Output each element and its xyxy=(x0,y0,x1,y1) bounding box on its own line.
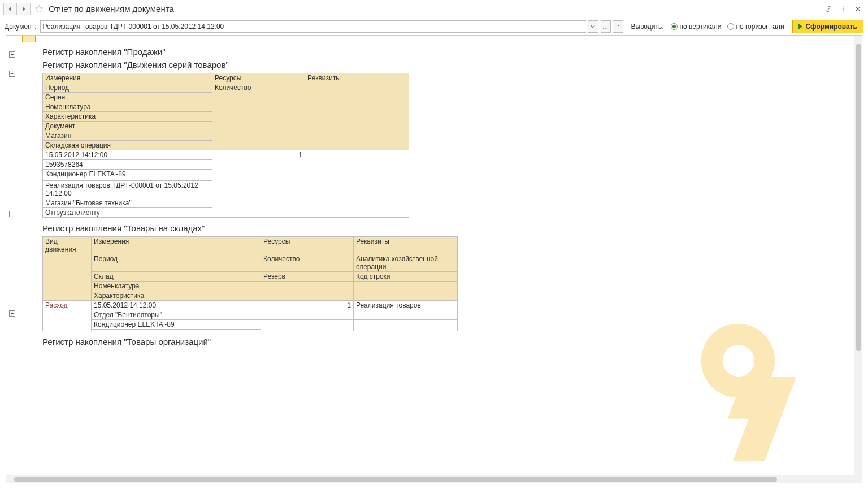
section-title-warehouse: Регистр накопления "Товары на складах" xyxy=(42,223,854,233)
subhdr-document: Документ xyxy=(43,122,212,131)
col-requisites: Реквизиты xyxy=(305,73,409,83)
more-icon[interactable] xyxy=(839,5,848,14)
subhdr-warehouse: Склад xyxy=(92,272,261,282)
open-icon xyxy=(615,24,620,29)
document-input-value: Реализация товаров ТДРТ-000001 от 15.05.… xyxy=(43,23,224,31)
radio-horizontal-label: по горизонтали xyxy=(736,23,784,31)
play-icon xyxy=(798,24,802,29)
cell-resources-empty xyxy=(261,320,354,331)
expand-button[interactable]: + xyxy=(9,310,15,317)
cell-reserve xyxy=(261,310,354,320)
cell-characteristic xyxy=(92,330,261,331)
cell-quantity: 1 xyxy=(212,150,305,218)
subhdr-period: Период xyxy=(92,254,261,272)
output-label: Выводить: xyxy=(631,23,664,31)
collapse-button[interactable]: − xyxy=(9,211,15,217)
subhdr-quantity: Количество xyxy=(212,83,305,150)
cell-requisites-empty xyxy=(305,150,409,218)
generate-button[interactable]: Сформировать xyxy=(792,20,863,33)
col-dimensions: Измерения xyxy=(43,73,212,83)
cell-series: 1593578264 xyxy=(43,160,212,170)
vertical-scrollbar[interactable] xyxy=(854,36,862,475)
subhdr-nomenclature: Номенклатура xyxy=(43,102,212,112)
col-dimensions: Измерения xyxy=(92,237,261,254)
radio-dot-icon xyxy=(671,23,678,30)
arrow-right-icon xyxy=(20,6,27,12)
subhdr-reserve: Резерв xyxy=(261,272,354,282)
radio-horizontal[interactable]: по горизонтали xyxy=(727,23,784,31)
chevron-down-icon xyxy=(591,24,595,29)
favorite-star-icon[interactable] xyxy=(33,3,45,15)
report-viewport: + − − + Регистр накопления "Продажи" Рег… xyxy=(6,35,862,483)
cell-store: Магазин "Бытовая техника" xyxy=(43,198,212,208)
horizontal-scrollbar[interactable] xyxy=(6,475,854,483)
outline-line xyxy=(12,218,12,299)
document-input[interactable]: Реализация товаров ТДРТ-000001 от 15.05.… xyxy=(40,20,586,33)
window-title: Отчет по движениям документа xyxy=(49,4,174,14)
svg-point-1 xyxy=(843,8,844,10)
scrollbar-corner xyxy=(854,475,862,483)
outline-gutter: + − − + xyxy=(6,36,22,475)
cell-movement-type: Расход xyxy=(43,301,92,331)
nav-forward-button[interactable] xyxy=(17,3,31,15)
cell-period: 15.05.2012 14:12:00 xyxy=(43,150,212,160)
col-requisites: Реквизиты xyxy=(354,237,458,254)
subhdr-characteristic: Характеристика xyxy=(43,112,212,122)
cell-document: Реализация товаров ТДРТ-000001 от 15.05.… xyxy=(43,181,212,198)
radio-vertical-label: по вертикали xyxy=(680,23,722,31)
document-dropdown-button[interactable] xyxy=(588,20,598,33)
nav-back-button[interactable] xyxy=(3,3,17,15)
subhdr-analytics: Аналитика хозяйственной операции xyxy=(354,254,458,272)
cell-nomenclature: Кондиционер ELEKTA -89 xyxy=(43,170,212,179)
cell-period: 15.05.2012 14:12:00 xyxy=(92,301,261,310)
col-resources: Ресурсы xyxy=(212,73,305,83)
outline-line xyxy=(12,77,12,198)
cell-line-code xyxy=(354,310,458,320)
radio-dot-icon xyxy=(727,23,734,30)
radio-vertical[interactable]: по вертикали xyxy=(671,23,722,31)
report-body: Регистр накопления "Продажи" Регистр нак… xyxy=(22,42,854,475)
section-title-series: Регистр накопления "Движения серий товар… xyxy=(42,60,854,70)
cell-analytics: Реализация товаров xyxy=(354,301,458,310)
document-open-button[interactable] xyxy=(613,20,623,33)
subhdr-nomenclature: Номенклатура xyxy=(92,282,261,291)
svg-point-2 xyxy=(843,10,844,11)
subhdr-store: Магазин xyxy=(43,131,212,141)
subhdr-period: Период xyxy=(43,83,212,93)
cell-warehouse: Отдел "Вентиляторы" xyxy=(92,310,261,320)
generate-button-label: Сформировать xyxy=(806,23,857,31)
subhdr-requisites-empty xyxy=(354,282,458,301)
subhdr-series: Серия xyxy=(43,93,212,102)
document-label: Документ: xyxy=(5,23,37,31)
link-icon[interactable] xyxy=(824,5,833,14)
cell-quantity: 1 xyxy=(261,301,354,310)
toolbar: Документ: Реализация товаров ТДРТ-000001… xyxy=(0,18,868,35)
cell-requisites-empty xyxy=(354,320,458,331)
close-icon[interactable] xyxy=(853,5,862,14)
subhdr-quantity: Количество xyxy=(261,254,354,272)
expand-button[interactable]: + xyxy=(9,51,15,58)
cell-nomenclature: Кондиционер ELEKTA -89 xyxy=(92,320,261,330)
col-movement-type: Вид движения xyxy=(43,237,92,254)
subhdr-resources-empty xyxy=(261,282,354,301)
svg-point-0 xyxy=(843,6,844,7)
subhdr-characteristic: Характеристика xyxy=(92,291,261,301)
warehouse-goods-table: Вид движения Измерения Ресурсы Реквизиты… xyxy=(42,236,458,331)
cell-warehouse-op: Отгрузка клиенту xyxy=(43,208,212,218)
subhdr-warehouse-op: Складская операция xyxy=(43,141,212,150)
subhdr-requisites-empty xyxy=(305,83,409,150)
document-select-button[interactable]: … xyxy=(601,20,611,33)
column-ruler xyxy=(22,36,36,42)
series-movements-table: Измерения Ресурсы Реквизиты Период Колич… xyxy=(42,73,409,218)
col-resources: Ресурсы xyxy=(261,237,354,254)
subhdr-line-code: Код строки xyxy=(354,272,458,282)
arrow-left-icon xyxy=(7,6,14,12)
section-title-sales: Регистр накопления "Продажи" xyxy=(42,47,854,57)
subhdr-movement-empty xyxy=(43,254,92,301)
window-titlebar: Отчет по движениям документа xyxy=(0,0,868,18)
section-title-org-goods: Регистр накопления "Товары организаций" xyxy=(42,337,854,347)
collapse-button[interactable]: − xyxy=(9,71,15,77)
